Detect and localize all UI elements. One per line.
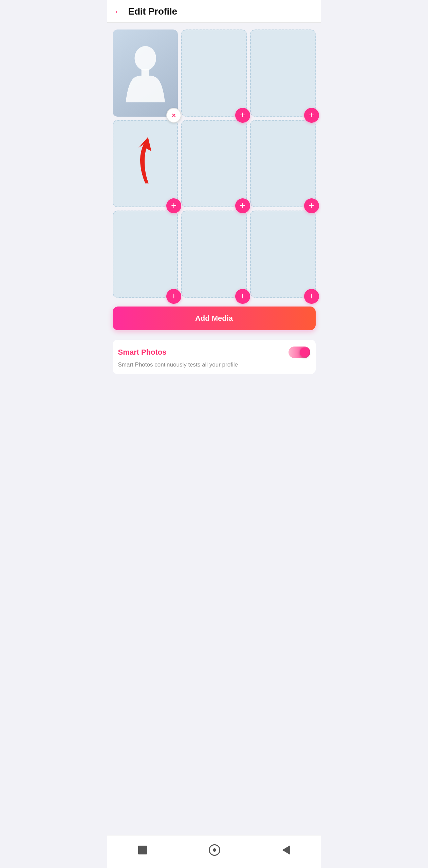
smart-photos-description: Smart Photos continuously tests all your…: [118, 361, 310, 369]
photo-cell-8[interactable]: +: [181, 211, 247, 298]
add-photo-2-button[interactable]: +: [235, 108, 250, 123]
avatar-silhouette: [121, 36, 170, 110]
nav-home-button[interactable]: [206, 842, 223, 859]
photo-cell-1[interactable]: ×: [113, 29, 178, 117]
nav-back-button[interactable]: [279, 843, 293, 857]
photo-cell-6[interactable]: +: [250, 120, 316, 207]
photo-empty-7: [113, 211, 178, 298]
add-photo-3-button[interactable]: +: [304, 108, 319, 123]
main-content: × + +: [107, 23, 321, 415]
add-photo-6-button[interactable]: +: [304, 198, 319, 213]
plus-icon-6: +: [309, 201, 314, 210]
home-icon: [209, 844, 220, 856]
remove-photo-1-button[interactable]: ×: [166, 108, 181, 123]
add-photo-9-button[interactable]: +: [304, 289, 319, 304]
add-photo-4-button[interactable]: +: [166, 198, 181, 213]
stop-icon: [138, 846, 147, 854]
page-title: Edit Profile: [128, 6, 177, 17]
smart-photos-section: Smart Photos Smart Photos continuously t…: [113, 340, 316, 374]
smart-photos-label: Smart Photos: [118, 348, 167, 357]
svg-rect-1: [141, 69, 149, 76]
header: ← Edit Profile: [107, 0, 321, 23]
photo-cell-9[interactable]: +: [250, 211, 316, 298]
plus-icon-4: +: [171, 201, 176, 210]
toggle-thumb: [300, 348, 309, 357]
smart-photos-row: Smart Photos: [118, 347, 310, 358]
photo-empty-2: [181, 29, 247, 117]
photo-empty-8: [181, 211, 247, 298]
photo-empty-4: [113, 120, 178, 207]
photo-filled-1: [113, 29, 178, 117]
photo-cell-5[interactable]: +: [181, 120, 247, 207]
photo-empty-9: [250, 211, 316, 298]
photo-empty-6: [250, 120, 316, 207]
plus-icon-9: +: [309, 291, 314, 301]
photo-empty-3: [250, 29, 316, 117]
add-photo-5-button[interactable]: +: [235, 198, 250, 213]
add-media-button[interactable]: Add Media: [113, 307, 316, 330]
photo-cell-7[interactable]: +: [113, 211, 178, 298]
back-icon: [282, 845, 290, 855]
plus-icon-7: +: [171, 291, 176, 301]
photo-cell-4[interactable]: +: [113, 120, 178, 207]
plus-icon-5: +: [240, 201, 245, 210]
plus-icon-2: +: [240, 110, 245, 120]
plus-icon-8: +: [240, 291, 245, 301]
photo-grid: × + +: [113, 29, 316, 298]
bottom-navigation: [107, 835, 321, 868]
times-icon: ×: [172, 112, 176, 119]
photo-cell-3[interactable]: +: [250, 29, 316, 117]
add-photo-7-button[interactable]: +: [166, 289, 181, 304]
photo-empty-5: [181, 120, 247, 207]
photo-cell-2[interactable]: +: [181, 29, 247, 117]
nav-stop-button[interactable]: [135, 843, 150, 857]
toggle-track: [289, 347, 310, 358]
smart-photos-toggle[interactable]: [289, 347, 310, 358]
add-photo-8-button[interactable]: +: [235, 289, 250, 304]
home-icon-inner: [213, 848, 216, 852]
back-button[interactable]: ←: [114, 7, 123, 16]
svg-point-0: [134, 46, 156, 71]
plus-icon-3: +: [309, 110, 314, 120]
